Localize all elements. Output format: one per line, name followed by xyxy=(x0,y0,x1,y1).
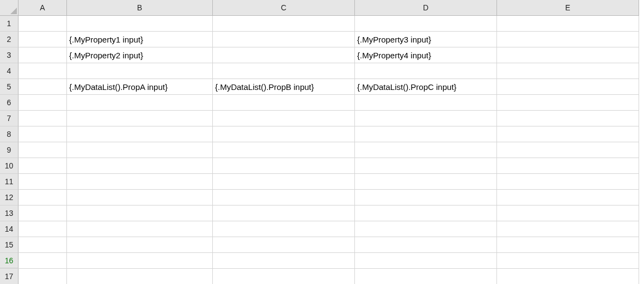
cell-e7[interactable] xyxy=(497,111,639,126)
cell-b2[interactable]: {.MyProperty1 input} xyxy=(67,32,213,47)
cell-c17[interactable] xyxy=(213,269,355,284)
cell-b16[interactable] xyxy=(67,253,213,269)
cell-a13[interactable] xyxy=(19,206,67,221)
row-header-15[interactable]: 15 xyxy=(0,237,19,253)
cell-c13[interactable] xyxy=(213,206,355,221)
column-header-c[interactable]: C xyxy=(213,0,355,16)
cell-c9[interactable] xyxy=(213,142,355,158)
cell-b7[interactable] xyxy=(67,111,213,126)
cell-d8[interactable] xyxy=(355,126,497,142)
cell-e10[interactable] xyxy=(497,158,639,174)
column-header-b[interactable]: B xyxy=(67,0,213,16)
cell-b12[interactable] xyxy=(67,190,213,206)
cell-a9[interactable] xyxy=(19,142,67,158)
cell-b17[interactable] xyxy=(67,269,213,284)
cell-a2[interactable] xyxy=(19,32,67,47)
cell-c14[interactable] xyxy=(213,221,355,237)
cell-d16[interactable] xyxy=(355,253,497,269)
cell-c7[interactable] xyxy=(213,111,355,126)
cell-c3[interactable] xyxy=(213,47,355,63)
cell-e2[interactable] xyxy=(497,32,639,47)
select-all-corner[interactable] xyxy=(0,0,19,16)
row-header-13[interactable]: 13 xyxy=(0,206,19,221)
cell-a17[interactable] xyxy=(19,269,67,284)
row-header-14[interactable]: 14 xyxy=(0,221,19,237)
cell-b11[interactable] xyxy=(67,174,213,190)
row-header-3[interactable]: 3 xyxy=(0,47,19,63)
cell-a3[interactable] xyxy=(19,47,67,63)
cell-a5[interactable] xyxy=(19,79,67,95)
cell-c16[interactable] xyxy=(213,253,355,269)
cell-d9[interactable] xyxy=(355,142,497,158)
cell-b10[interactable] xyxy=(67,158,213,174)
cell-c12[interactable] xyxy=(213,190,355,206)
cell-d4[interactable] xyxy=(355,63,497,79)
cell-b14[interactable] xyxy=(67,221,213,237)
cell-a11[interactable] xyxy=(19,174,67,190)
row-header-9[interactable]: 9 xyxy=(0,142,19,158)
cell-e13[interactable] xyxy=(497,206,639,221)
column-header-d[interactable]: D xyxy=(355,0,497,16)
cell-d7[interactable] xyxy=(355,111,497,126)
cell-b9[interactable] xyxy=(67,142,213,158)
cell-b4[interactable] xyxy=(67,63,213,79)
cell-c8[interactable] xyxy=(213,126,355,142)
cell-b6[interactable] xyxy=(67,95,213,111)
cell-e9[interactable] xyxy=(497,142,639,158)
column-header-e[interactable]: E xyxy=(497,0,639,16)
row-header-10[interactable]: 10 xyxy=(0,158,19,174)
cell-e14[interactable] xyxy=(497,221,639,237)
cell-d3[interactable]: {.MyProperty4 input} xyxy=(355,47,497,63)
cell-e16[interactable] xyxy=(497,253,639,269)
cell-b8[interactable] xyxy=(67,126,213,142)
cell-a8[interactable] xyxy=(19,126,67,142)
cell-c15[interactable] xyxy=(213,237,355,253)
cell-c1[interactable] xyxy=(213,16,355,32)
column-header-a[interactable]: A xyxy=(19,0,67,16)
cell-e11[interactable] xyxy=(497,174,639,190)
cell-e8[interactable] xyxy=(497,126,639,142)
row-header-12[interactable]: 12 xyxy=(0,190,19,206)
cell-e3[interactable] xyxy=(497,47,639,63)
cell-a1[interactable] xyxy=(19,16,67,32)
cell-b15[interactable] xyxy=(67,237,213,253)
cell-a6[interactable] xyxy=(19,95,67,111)
spreadsheet-grid[interactable]: ABCDE12{.MyProperty1 input}{.MyProperty3… xyxy=(0,0,644,284)
cell-d12[interactable] xyxy=(355,190,497,206)
cell-e4[interactable] xyxy=(497,63,639,79)
cell-b13[interactable] xyxy=(67,206,213,221)
cell-a15[interactable] xyxy=(19,237,67,253)
cell-c4[interactable] xyxy=(213,63,355,79)
cell-e15[interactable] xyxy=(497,237,639,253)
row-header-17[interactable]: 17 xyxy=(0,269,19,284)
row-header-4[interactable]: 4 xyxy=(0,63,19,79)
cell-c11[interactable] xyxy=(213,174,355,190)
row-header-8[interactable]: 8 xyxy=(0,126,19,142)
row-header-16[interactable]: 16 xyxy=(0,253,19,269)
cell-a4[interactable] xyxy=(19,63,67,79)
cell-c5[interactable]: {.MyDataList().PropB input} xyxy=(213,79,355,95)
cell-b5[interactable]: {.MyDataList().PropA input} xyxy=(67,79,213,95)
cell-d17[interactable] xyxy=(355,269,497,284)
cell-a16[interactable] xyxy=(19,253,67,269)
cell-d10[interactable] xyxy=(355,158,497,174)
cell-b3[interactable]: {.MyProperty2 input} xyxy=(67,47,213,63)
row-header-11[interactable]: 11 xyxy=(0,174,19,190)
cell-d13[interactable] xyxy=(355,206,497,221)
row-header-5[interactable]: 5 xyxy=(0,79,19,95)
cell-a10[interactable] xyxy=(19,158,67,174)
cell-c10[interactable] xyxy=(213,158,355,174)
cell-d11[interactable] xyxy=(355,174,497,190)
cell-e1[interactable] xyxy=(497,16,639,32)
cell-d6[interactable] xyxy=(355,95,497,111)
cell-a14[interactable] xyxy=(19,221,67,237)
cell-e6[interactable] xyxy=(497,95,639,111)
cell-d1[interactable] xyxy=(355,16,497,32)
cell-c2[interactable] xyxy=(213,32,355,47)
row-header-6[interactable]: 6 xyxy=(0,95,19,111)
cell-c6[interactable] xyxy=(213,95,355,111)
row-header-1[interactable]: 1 xyxy=(0,16,19,32)
cell-d15[interactable] xyxy=(355,237,497,253)
cell-d5[interactable]: {.MyDataList().PropC input} xyxy=(355,79,497,95)
cell-e12[interactable] xyxy=(497,190,639,206)
